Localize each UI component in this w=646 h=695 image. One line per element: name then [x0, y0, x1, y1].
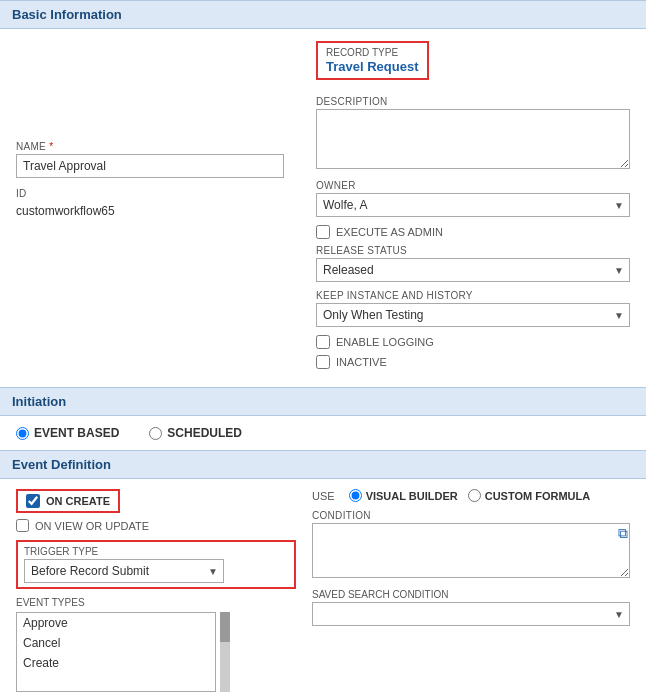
record-type-label: RECORD TYPE	[326, 47, 419, 58]
basic-info-left-panel: NAME * ID customworkflow65	[0, 29, 300, 387]
event-def-content: ON CREATE ON VIEW OR UPDATE TRIGGER TYPE…	[0, 479, 646, 695]
enable-logging-row: ENABLE LOGGING	[316, 335, 630, 349]
enable-logging-label: ENABLE LOGGING	[336, 336, 434, 348]
list-item[interactable]: Cancel	[17, 633, 215, 653]
event-based-label: EVENT BASED	[34, 426, 119, 440]
basic-info-section: Basic Information NAME * ID customworkfl…	[0, 0, 646, 387]
event-types-list: Approve Cancel Create	[16, 612, 216, 692]
enable-logging-checkbox[interactable]	[316, 335, 330, 349]
name-input[interactable]	[16, 154, 284, 178]
initiation-section: Initiation EVENT BASED SCHEDULED	[0, 387, 646, 450]
event-def-header: Event Definition	[0, 450, 646, 479]
basic-info-header: Basic Information	[0, 0, 646, 29]
scheduled-radio[interactable]	[149, 427, 162, 440]
on-view-update-label: ON VIEW OR UPDATE	[35, 520, 149, 532]
description-input[interactable]	[316, 109, 630, 169]
visual-builder-label: VISUAL BUILDER	[366, 490, 458, 502]
inactive-label: INACTIVE	[336, 356, 387, 368]
record-type-value: Travel Request	[326, 59, 419, 74]
event-based-radio[interactable]	[16, 427, 29, 440]
inactive-row: INACTIVE	[316, 355, 630, 369]
execute-as-admin-checkbox[interactable]	[316, 225, 330, 239]
scheduled-option[interactable]: SCHEDULED	[149, 426, 242, 440]
keep-instance-select[interactable]: Only When Testing	[316, 303, 630, 327]
list-item[interactable]: Approve	[17, 613, 215, 633]
condition-label: CONDITION	[312, 510, 630, 521]
scheduled-label: SCHEDULED	[167, 426, 242, 440]
event-def-row: ON CREATE ON VIEW OR UPDATE TRIGGER TYPE…	[16, 489, 630, 692]
event-definition-section: Event Definition ON CREATE ON VIEW OR UP…	[0, 450, 646, 695]
initiation-content: EVENT BASED SCHEDULED	[0, 416, 646, 450]
on-view-update-row: ON VIEW OR UPDATE	[16, 519, 296, 532]
owner-select[interactable]: Wolfe, A	[316, 193, 630, 217]
execute-as-admin-row: EXECUTE AS ADMIN	[316, 225, 630, 239]
description-label: DESCRIPTION	[316, 96, 630, 107]
on-create-box: ON CREATE	[16, 489, 120, 513]
basic-info-title: Basic Information	[12, 7, 122, 22]
list-item[interactable]: Create	[17, 653, 215, 673]
event-def-right: USE VISUAL BUILDER CUSTOM FORMULA CONDIT…	[312, 489, 630, 692]
saved-search-label: SAVED SEARCH CONDITION	[312, 589, 630, 600]
id-value: customworkflow65	[16, 204, 284, 218]
on-view-update-checkbox[interactable]	[16, 519, 29, 532]
inactive-checkbox[interactable]	[316, 355, 330, 369]
on-create-checkbox[interactable]	[26, 494, 40, 508]
trigger-type-label: TRIGGER TYPE	[24, 546, 288, 557]
event-def-left: ON CREATE ON VIEW OR UPDATE TRIGGER TYPE…	[16, 489, 296, 692]
execute-as-admin-label: EXECUTE AS ADMIN	[336, 226, 443, 238]
keep-instance-label: KEEP INSTANCE AND HISTORY	[316, 290, 630, 301]
trigger-type-box: TRIGGER TYPE Before Record Submit	[16, 540, 296, 589]
saved-search-wrapper	[312, 602, 630, 626]
event-types-section: EVENT TYPES Approve Cancel Create	[16, 597, 296, 692]
saved-search-select[interactable]	[312, 602, 630, 626]
use-row: USE VISUAL BUILDER CUSTOM FORMULA	[312, 489, 630, 502]
condition-area: ⧉	[312, 523, 630, 581]
event-based-option[interactable]: EVENT BASED	[16, 426, 119, 440]
condition-input[interactable]	[312, 523, 630, 578]
event-def-title: Event Definition	[12, 457, 111, 472]
initiation-radio-row: EVENT BASED SCHEDULED	[16, 426, 630, 440]
external-link-icon[interactable]: ⧉	[618, 525, 628, 542]
visual-builder-option[interactable]: VISUAL BUILDER	[349, 489, 458, 502]
release-status-label: RELEASE STATUS	[316, 245, 630, 256]
basic-info-right-panel: RECORD TYPE Travel Request DESCRIPTION O…	[300, 29, 646, 387]
trigger-type-select[interactable]: Before Record Submit	[24, 559, 224, 583]
record-type-box: RECORD TYPE Travel Request	[316, 41, 429, 80]
custom-formula-option[interactable]: CUSTOM FORMULA	[468, 489, 591, 502]
owner-label: OWNER	[316, 180, 630, 191]
visual-builder-radio[interactable]	[349, 489, 362, 502]
event-types-label: EVENT TYPES	[16, 597, 296, 608]
name-label: NAME *	[16, 141, 284, 152]
custom-formula-radio[interactable]	[468, 489, 481, 502]
id-label: ID	[16, 188, 27, 199]
release-status-select[interactable]: Released	[316, 258, 630, 282]
list-scrollbar[interactable]	[220, 612, 230, 692]
on-create-label: ON CREATE	[46, 495, 110, 507]
use-label: USE	[312, 490, 335, 502]
id-field: ID customworkflow65	[16, 186, 284, 218]
custom-formula-label: CUSTOM FORMULA	[485, 490, 591, 502]
initiation-title: Initiation	[12, 394, 66, 409]
initiation-header: Initiation	[0, 387, 646, 416]
